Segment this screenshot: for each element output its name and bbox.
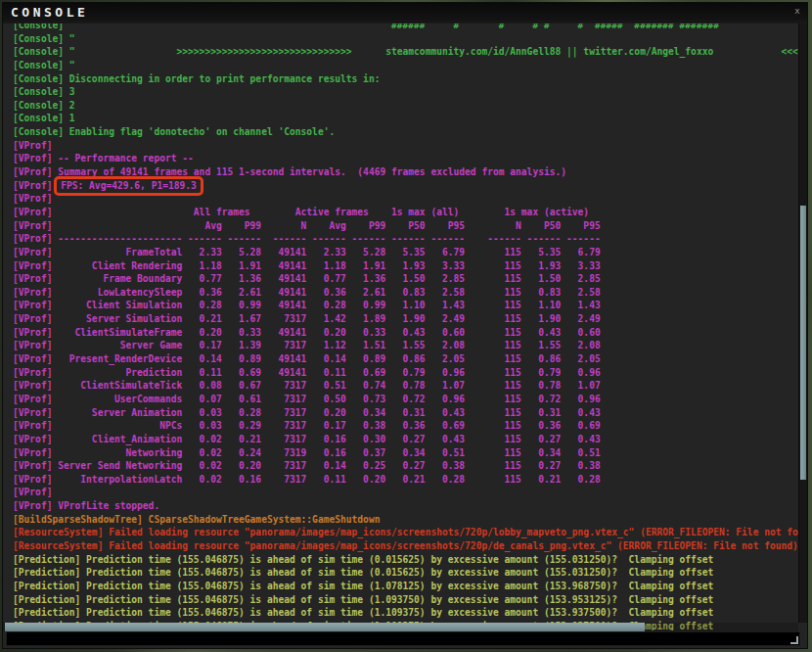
console-line: [VProf] Server Send Networking 0.02 0.20…: [13, 459, 798, 473]
console-line: [VProf] LowLatencySleep 0.36 2.61 49141 …: [13, 286, 798, 300]
console-line: [Prediction] Prediction time (155.046875…: [13, 566, 798, 580]
console-line: [VProf] All frames Active frames 1s max …: [13, 206, 798, 219]
command-input-bar: [6, 631, 800, 646]
fps-highlight-box: FPS: Avg=429.6, P1=189.3: [54, 176, 203, 196]
console-line: [Prediction] Prediction time (155.046875…: [13, 593, 798, 607]
console-line: [VProf] Frame Boundary 0.77 1.36 49141 0…: [13, 272, 798, 286]
console-line: [VProf]: [13, 139, 798, 153]
console-line: [Prediction] Prediction time (155.046875…: [13, 606, 798, 620]
vertical-scrollbar-thumb[interactable]: [800, 206, 806, 480]
console-line: [VProf] ClientSimulateFrame 0.20 0.33 49…: [13, 326, 798, 340]
console-line: [VProf] ---------------------- ------ --…: [13, 232, 798, 246]
console-line: [VProf] Client Rendering 1.18 1.91 49141…: [13, 259, 798, 273]
console-input[interactable]: [7, 632, 799, 645]
console-window: [Console] ###### # # # # # ##### #######…: [2, 2, 808, 649]
console-output: [Console] ###### # # # # # ##### #######…: [3, 3, 798, 630]
console-line: [VProf] FrameTotal 2.33 5.28 49141 2.33 …: [13, 246, 798, 259]
resize-grip-icon[interactable]: [790, 636, 798, 644]
console-line: [VProf] Prediction 0.11 0.69 49141 0.11 …: [13, 366, 798, 380]
console-line: [VProf] Client Simulation 0.28 0.99 4914…: [13, 299, 798, 312]
vertical-scrollbar[interactable]: [798, 23, 807, 623]
console-line: [VProf] Present_RenderDevice 0.14 0.89 4…: [13, 352, 798, 366]
console-line: [VProf] Server Game 0.17 1.39 7317 1.12 …: [13, 339, 798, 352]
console-line: [VProf] InterpolationLatch 0.02 0.16 731…: [13, 473, 798, 487]
console-titlebar[interactable]: CONSOLE x: [3, 3, 807, 23]
console-line: [Console] Enabling flag 'donotecho' on c…: [13, 125, 798, 139]
console-line: [VProf] Server Animation 0.03 0.28 7317 …: [13, 406, 798, 420]
console-line: [VProf] VProfLite stopped.: [13, 499, 798, 513]
console-line: [VProf]: [13, 486, 798, 499]
console-line: [VProf] Server Simulation 0.21 1.67 7317…: [13, 312, 798, 326]
console-line: [Console] ": [13, 32, 798, 46]
window-title: CONSOLE: [11, 5, 88, 20]
console-line: [Console] ": [13, 59, 798, 72]
console-line: [Console] " >>>>>>>>>>>>>>>>>>>>>>>>>>>>…: [13, 45, 798, 59]
console-line: [VProf] UserCommands 0.07 0.61 7317 0.50…: [13, 393, 798, 406]
console-line: [Console] 3: [13, 85, 798, 99]
horizontal-scrollbar[interactable]: [3, 623, 798, 631]
console-line: [Prediction] Prediction time (155.046875…: [13, 553, 798, 567]
close-icon[interactable]: x: [792, 6, 802, 18]
console-line: [VProf] -- Performance report --: [13, 152, 798, 165]
console-line: [Console] 2: [13, 99, 798, 113]
console-line: [ResourceSystem] Failed loading resource…: [13, 526, 798, 539]
console-line: [VProf] Avg P99 N Avg P99 P50 P95 N P50 …: [13, 219, 798, 233]
console-line: [VProf] Client_Animation 0.02 0.21 7317 …: [13, 433, 798, 446]
console-line: [BuildSparseShadowTree] CSparseShadowTre…: [13, 513, 798, 527]
console-line: [VProf] FPS: Avg=429.6, P1=189.3: [13, 179, 798, 193]
console-line: [VProf] NPCs 0.03 0.29 7317 0.17 0.38 0.…: [13, 419, 798, 433]
console-line: [VProf] ClientSimulateTick 0.08 0.67 731…: [13, 379, 798, 393]
console-line: [Console] Disconnecting in order to prin…: [13, 72, 798, 86]
console-line: [VProf] Networking 0.02 0.24 7319 0.16 0…: [13, 446, 798, 460]
horizontal-scrollbar-thumb[interactable]: [5, 623, 645, 631]
console-line: [ResourceSystem] Failed loading resource…: [13, 539, 798, 553]
console-line: [Prediction] Prediction time (155.046875…: [13, 580, 798, 593]
console-line: [Console] 1: [13, 112, 798, 125]
